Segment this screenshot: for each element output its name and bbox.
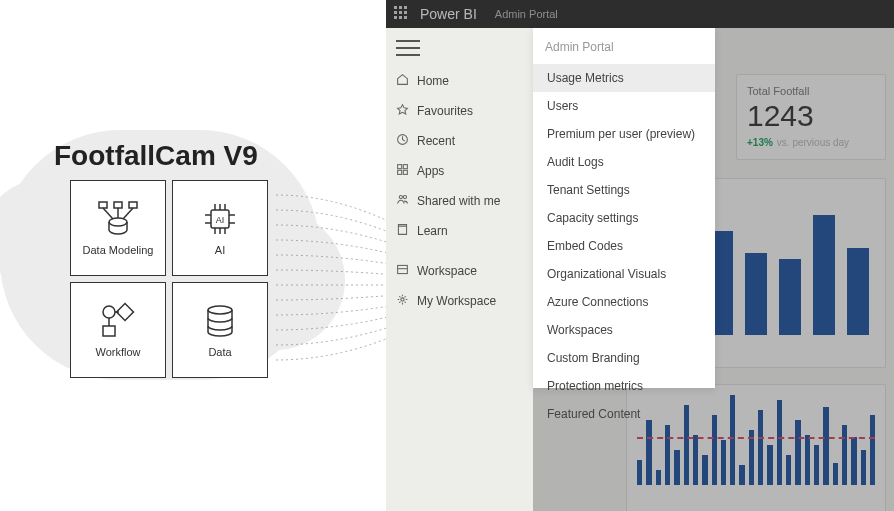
submenu-item[interactable]: Capacity settings [533, 204, 715, 232]
svg-line-6 [123, 208, 133, 219]
apps-icon [396, 163, 409, 179]
svg-point-34 [401, 298, 404, 301]
nav-favourites[interactable]: Favourites [386, 96, 533, 126]
card-label: Data [208, 346, 231, 358]
submenu-header: Admin Portal [533, 28, 715, 64]
bar [665, 425, 670, 485]
svg-rect-28 [398, 170, 402, 174]
svg-point-19 [103, 306, 115, 318]
feature-cards: Data Modeling AI AI Workflow Data [70, 180, 268, 378]
submenu-item[interactable]: Azure Connections [533, 288, 715, 316]
submenu-item[interactable]: Embed Codes [533, 232, 715, 260]
submenu-item[interactable]: Audit Logs [533, 148, 715, 176]
submenu-item[interactable]: Custom Branding [533, 344, 715, 372]
bar [721, 440, 726, 485]
submenu-item[interactable]: Organizational Visuals [533, 260, 715, 288]
admin-portal-submenu: Admin Portal Usage MetricsUsersPremium p… [533, 28, 715, 388]
submenu-item[interactable]: Protection metrics [533, 372, 715, 400]
kpi-delta: +13%vs. pervious day [747, 137, 875, 148]
workspace-icon [396, 263, 409, 279]
data-stream-lines [276, 185, 396, 375]
svg-rect-0 [99, 202, 107, 208]
app-name: Power BI [420, 6, 477, 22]
card-label: Workflow [95, 346, 140, 358]
favourites-icon [396, 103, 409, 119]
bar [758, 410, 763, 485]
shared-icon [396, 193, 409, 209]
top-bar: Power BI Admin Portal [386, 0, 894, 28]
card-label: Data Modeling [83, 244, 154, 256]
svg-rect-2 [129, 202, 137, 208]
footfallcam-title: FootfallCam V9 [54, 140, 258, 172]
submenu-item[interactable]: Premium per user (preview) [533, 120, 715, 148]
submenu-item[interactable]: Tenant Settings [533, 176, 715, 204]
bar [842, 425, 847, 485]
bar [674, 450, 679, 485]
workflow-icon [95, 302, 141, 340]
nav-label: Home [417, 74, 449, 88]
kpi-delta-pct: +13% [747, 137, 773, 148]
svg-rect-32 [398, 265, 408, 273]
nav-label: Workspace [417, 264, 477, 278]
nav-shared[interactable]: Shared with me [386, 186, 533, 216]
nav-recent[interactable]: Recent [386, 126, 533, 156]
submenu-item[interactable]: Usage Metrics [533, 64, 715, 92]
bar [870, 415, 875, 485]
card-data[interactable]: Data [172, 282, 268, 378]
bar [823, 407, 828, 485]
bar [702, 455, 707, 485]
nav-learn[interactable]: Learn [386, 216, 533, 246]
nav-label: My Workspace [417, 294, 496, 308]
database-icon [197, 302, 243, 340]
app-launcher-icon[interactable] [394, 6, 410, 22]
submenu-item[interactable]: Workspaces [533, 316, 715, 344]
bar [847, 248, 869, 335]
bar [745, 253, 767, 335]
bar [795, 420, 800, 485]
svg-point-24 [208, 306, 232, 314]
bar [814, 445, 819, 485]
nav-workspace[interactable]: Workspace [386, 256, 533, 286]
card-data-modeling[interactable]: Data Modeling [70, 180, 166, 276]
svg-point-31 [403, 195, 406, 198]
bar [777, 400, 782, 485]
svg-rect-20 [117, 304, 134, 321]
bar [730, 395, 735, 485]
bar [656, 470, 661, 485]
bar [693, 435, 698, 485]
card-label: AI [215, 244, 225, 256]
ai-icon: AI [197, 200, 243, 238]
submenu-item[interactable]: Featured Content [533, 400, 715, 428]
nav-label: Favourites [417, 104, 473, 118]
kpi-delta-sub: vs. pervious day [777, 137, 849, 148]
recent-icon [396, 133, 409, 149]
nav-label: Apps [417, 164, 444, 178]
nav-apps[interactable]: Apps [386, 156, 533, 186]
svg-point-3 [109, 218, 127, 226]
kpi-value: 1243 [747, 99, 875, 133]
menu-toggle-icon[interactable] [396, 40, 420, 56]
bar [851, 437, 856, 485]
my-workspace-icon [396, 293, 409, 309]
threshold-line [637, 437, 875, 439]
svg-line-4 [103, 208, 113, 219]
svg-point-30 [399, 195, 402, 198]
svg-rect-1 [114, 202, 122, 208]
nav-label: Recent [417, 134, 455, 148]
nav-my-workspace[interactable]: My Workspace [386, 286, 533, 316]
bar [779, 259, 801, 335]
nav-label: Learn [417, 224, 448, 238]
card-workflow[interactable]: Workflow [70, 282, 166, 378]
bar [805, 435, 810, 485]
kpi-title: Total Footfall [747, 85, 875, 97]
submenu-item[interactable]: Users [533, 92, 715, 120]
kpi-card-total-footfall[interactable]: Total Footfall 1243 +13%vs. pervious day [736, 74, 886, 160]
nav-label: Shared with me [417, 194, 500, 208]
data-modeling-icon [95, 200, 141, 238]
svg-rect-26 [398, 165, 402, 169]
svg-text:AI: AI [216, 215, 225, 225]
bar [739, 465, 744, 485]
card-ai[interactable]: AI AI [172, 180, 268, 276]
nav-home[interactable]: Home [386, 66, 533, 96]
home-icon [396, 73, 409, 89]
